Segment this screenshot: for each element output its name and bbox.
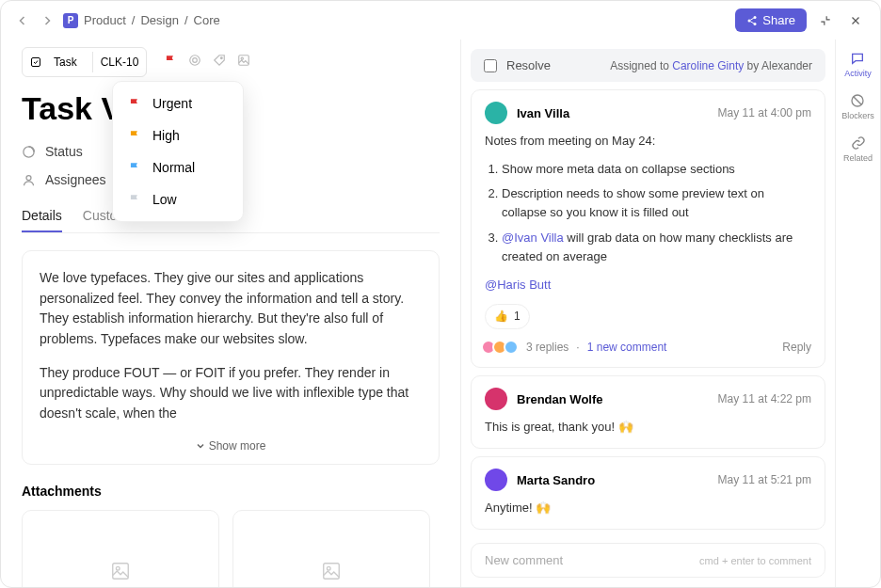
attachments-heading: Attachments [22,484,440,499]
sprint-icon[interactable] [188,54,201,71]
comment: Brendan Wolfe May 11 at 4:22 pm This is … [471,375,825,449]
assigned-text: Assigned to Caroline Ginty by Alexander [610,59,812,72]
comment-author: Brendan Wolfe [517,392,603,406]
svg-rect-3 [32,58,40,67]
collapse-button[interactable] [814,9,837,32]
flag-icon [128,129,141,142]
priority-flag-icon[interactable] [164,54,177,71]
new-comment-badge[interactable]: 1 new comment [587,339,667,357]
workspace-badge: P [63,13,78,28]
blocker-icon [850,93,865,108]
forward-button[interactable] [39,12,56,29]
priority-dropdown: Urgent High Normal Low [112,81,244,222]
share-icon [746,15,758,26]
share-button[interactable]: Share [735,8,807,32]
mention[interactable]: @Haris Butt [485,278,551,292]
task-icon [30,56,41,68]
comment-text: This is great, thank you! 🙌 [485,418,811,437]
assignee-link[interactable]: Caroline Ginty [672,59,744,72]
person-icon [22,173,36,187]
priority-normal[interactable]: Normal [113,151,243,183]
priority-high[interactable]: High [113,119,243,151]
svg-rect-11 [113,564,129,580]
svg-point-10 [26,175,31,180]
svg-rect-7 [239,56,249,66]
show-more-button[interactable]: Show more [40,437,422,455]
comment-text: Notes from meeting on May 24: [485,132,811,151]
attachment-placeholder[interactable] [232,510,430,587]
priority-urgent[interactable]: Urgent [113,87,243,119]
svg-point-14 [327,567,330,571]
comment-time: May 11 at 4:00 pm [718,106,811,119]
svg-point-1 [748,19,751,22]
priority-low[interactable]: Low [113,183,243,215]
description-text: We love typefaces. They give our sites a… [40,268,422,350]
flag-icon [128,193,141,206]
comment-list-item: Show more meta data on collapse sections [502,160,811,179]
svg-point-4 [190,56,200,66]
sidebar-activity[interactable]: Activity [844,51,872,78]
svg-point-0 [754,16,757,19]
comment: Marta Sandro May 11 at 5:21 pm Anytime! … [471,456,825,530]
image-icon [321,561,342,581]
svg-point-6 [221,57,223,59]
description-text: They produce FOUT — or FOIT if you prefe… [40,363,422,424]
mention[interactable]: @Ivan Villa [502,230,567,245]
reply-button[interactable]: Reply [782,339,811,357]
breadcrumb: P Product / Design / Core [63,13,728,28]
attachment-placeholder[interactable] [22,510,219,587]
crumb-product[interactable]: Product [84,13,126,27]
flag-icon [128,97,141,110]
reply-avatars [485,340,519,355]
crumb-core[interactable]: Core [194,13,220,27]
svg-point-5 [193,58,198,63]
avatar [485,388,507,410]
comment-list-item: Description needs to show some preview t… [502,184,811,222]
comment-time: May 11 at 4:22 pm [718,392,811,405]
svg-point-8 [241,57,243,59]
resolve-bar: Resolve Assigned to Caroline Ginty by Al… [471,49,825,82]
resolve-checkbox[interactable] [484,59,497,72]
task-pill[interactable]: Task CLK-10 [22,47,147,77]
replies-count[interactable]: 3 replies [526,339,569,357]
svg-point-12 [116,567,120,571]
status-icon [22,145,36,159]
resolve-label: Resolve [506,58,551,72]
comment-list-item: @Ivan Villa will grab data on how many c… [502,229,811,266]
composer-hint: cmd + enter to comment [699,555,811,566]
chat-icon [850,51,865,66]
description-card: We love typefaces. They give our sites a… [22,250,440,465]
image-icon[interactable] [237,54,250,71]
svg-rect-13 [324,564,340,580]
tag-icon[interactable] [213,54,226,71]
chevron-down-icon [196,441,205,451]
avatar [485,469,507,491]
tab-details[interactable]: Details [22,200,62,232]
avatar [485,102,507,124]
link-icon [851,135,866,151]
comment-text: Anytime! 🙌 [485,499,811,517]
new-comment-input[interactable]: New comment cmd + enter to comment [471,543,825,578]
close-button[interactable] [844,9,867,32]
comment-time: May 11 at 5:21 pm [718,473,811,486]
crumb-design[interactable]: Design [140,13,178,27]
reaction-button[interactable]: 👍1 [485,304,530,329]
comment-author: Ivan Villa [517,106,569,120]
image-icon [110,561,131,581]
comment-author: Marta Sandro [517,473,595,487]
back-button[interactable] [14,12,31,29]
comment: Ivan Villa May 11 at 4:00 pm Notes from … [471,89,825,368]
sidebar-related[interactable]: Related [843,135,873,163]
svg-point-2 [754,23,757,25]
sidebar-blockers[interactable]: Blockers [841,93,874,120]
flag-icon [128,161,141,174]
